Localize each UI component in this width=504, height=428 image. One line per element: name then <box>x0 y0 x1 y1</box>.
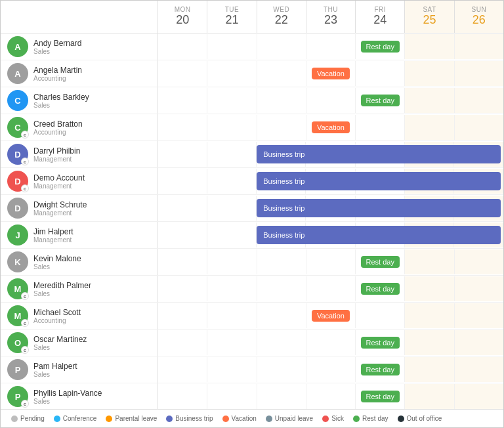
day-cell <box>306 384 356 409</box>
employee-info: A Andy Bernard Sales <box>1 33 158 60</box>
business-trip-event[interactable]: Business trip <box>257 172 501 190</box>
day-cell <box>455 303 503 328</box>
day-cell <box>207 115 257 140</box>
legend-label: Business trip <box>175 415 213 422</box>
employee-name: Andy Bernard <box>33 39 81 48</box>
legend-item: Out of office <box>398 415 442 422</box>
day-cell <box>257 88 306 113</box>
restday-event[interactable]: Rest day <box>361 364 400 375</box>
employee-name: Kevin Malone <box>33 254 81 263</box>
employee-row: J Jim Halpert Management Business trip <box>1 222 503 249</box>
business-trip-event[interactable]: Business trip <box>257 199 501 217</box>
business-trip-event[interactable]: Business trip <box>257 226 501 244</box>
day-cell-bg <box>207 142 257 167</box>
day-cell <box>356 61 405 86</box>
restday-event[interactable]: Rest day <box>361 95 400 106</box>
employee-row: A Andy Bernard Sales Rest day <box>1 33 503 60</box>
restday-event[interactable]: Rest day <box>361 283 400 295</box>
employee-dept: Management <box>33 156 80 163</box>
day-cell: Rest day <box>356 88 405 113</box>
day-cell <box>455 276 503 301</box>
day-cell <box>405 249 454 274</box>
legend-item: Parental leave <box>106 415 157 422</box>
day-cell <box>158 303 207 328</box>
legend: Pending Conference Parental leave Busine… <box>1 409 503 427</box>
day-name: TUE <box>225 6 240 13</box>
employee-dept: Sales <box>33 344 87 351</box>
day-cell: Vacation <box>306 303 356 328</box>
employee-info: Oc Oscar Martinez Sales <box>1 330 158 356</box>
day-cell <box>306 330 356 355</box>
legend-dot <box>166 416 173 422</box>
day-cell <box>158 88 207 113</box>
vacation-event[interactable]: Vacation <box>312 121 350 133</box>
day-cell <box>257 115 306 140</box>
avatar: A <box>7 63 28 84</box>
day-cells: Business trip <box>158 169 503 194</box>
vacation-event[interactable]: Vacation <box>312 68 350 79</box>
day-cells: Rest day <box>158 276 503 301</box>
day-cell <box>306 249 356 274</box>
employee-name: Jim Halpert <box>33 227 74 236</box>
avatar: Mc <box>7 305 28 326</box>
business-trip-event[interactable]: Business trip <box>257 145 501 163</box>
day-cell-bg <box>158 223 207 247</box>
legend-dot <box>266 416 272 422</box>
day-cell <box>158 249 207 274</box>
employee-name: Demo Account <box>33 173 85 182</box>
vacation-event[interactable]: Vacation <box>312 310 350 322</box>
day-cell-bg <box>158 142 207 167</box>
day-cell <box>405 330 454 355</box>
day-cell <box>257 34 306 59</box>
day-cell <box>207 384 257 409</box>
day-cell <box>405 34 454 59</box>
day-cell <box>405 384 454 409</box>
header-day-26: SUN 26 <box>455 1 503 33</box>
day-cell: Rest day <box>356 249 405 274</box>
employee-info: Pc Phyllis Lapin-Vance Sales <box>1 383 158 409</box>
header-day-23: THU 23 <box>306 1 356 33</box>
employee-name: Charles Barkley <box>33 93 89 102</box>
avatar: J <box>7 225 28 246</box>
avatar: C <box>7 90 28 111</box>
employee-row: Mc Meredith Palmer Sales Rest day <box>1 276 503 303</box>
day-cell <box>207 357 257 382</box>
day-cell: Vacation <box>306 61 356 86</box>
restday-event[interactable]: Rest day <box>361 391 400 402</box>
restday-event[interactable]: Rest day <box>361 337 400 349</box>
employee-row: Dc Demo Account Management Business trip <box>1 168 503 195</box>
header-day-24: FRI 24 <box>356 1 405 33</box>
legend-dot <box>398 416 404 422</box>
employee-name: Angela Martin <box>33 66 82 75</box>
employee-info: P Pam Halpert Sales <box>1 356 158 383</box>
day-cells: Vacation <box>158 61 503 86</box>
restday-event[interactable]: Rest day <box>361 256 400 268</box>
day-cell: Rest day <box>356 330 405 355</box>
day-cell <box>405 303 454 328</box>
day-cell <box>306 357 356 382</box>
day-cell <box>207 61 257 86</box>
day-cell <box>158 115 207 140</box>
day-cells: Rest day <box>158 249 503 274</box>
day-cell <box>306 276 356 301</box>
day-cell <box>257 357 306 382</box>
employee-dept: Sales <box>33 48 81 55</box>
employee-dept: Accounting <box>33 129 83 136</box>
avatar: K <box>7 251 28 272</box>
restday-event[interactable]: Rest day <box>361 41 400 53</box>
legend-dot <box>54 416 60 422</box>
day-name: SUN <box>472 6 487 13</box>
body-scroll[interactable]: A Andy Bernard Sales Rest dayA Angela Ma… <box>1 33 503 409</box>
legend-label: Rest day <box>362 415 388 422</box>
employee-row: Pc Phyllis Lapin-Vance Sales Rest day <box>1 383 503 409</box>
avatar: Dc <box>7 144 28 165</box>
employee-row: A Angela Martin Accounting Vacation <box>1 60 503 87</box>
legend-label: Unpaid leave <box>275 415 313 422</box>
employee-info: Dc Darryl Philbin Management <box>1 141 158 167</box>
day-num: 22 <box>275 13 288 28</box>
employee-dept: Management <box>33 209 87 217</box>
employee-row: Dc Darryl Philbin Management Business tr… <box>1 141 503 168</box>
employee-row: Mc Michael Scott Accounting Vacation <box>1 303 503 330</box>
employee-dept: Sales <box>33 102 89 109</box>
employee-dept: Sales <box>33 371 77 378</box>
